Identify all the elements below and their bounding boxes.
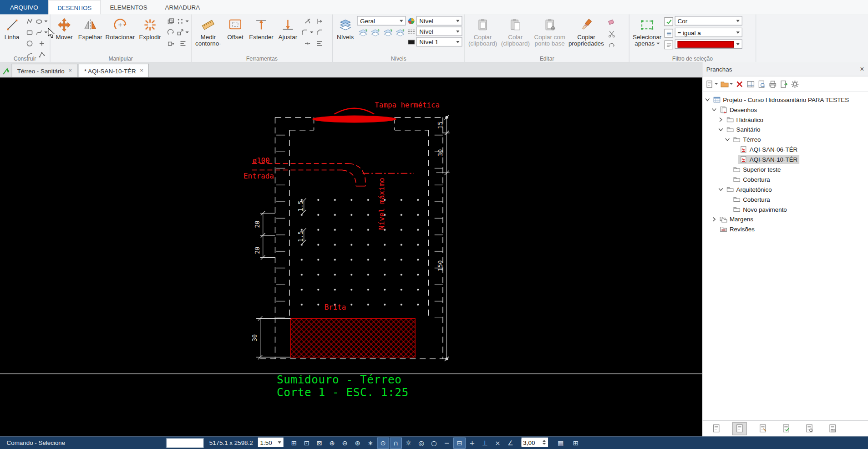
command-input[interactable] bbox=[166, 438, 204, 448]
offset-button[interactable]: Offset bbox=[224, 16, 247, 55]
split-scissors-icon[interactable] bbox=[606, 28, 618, 39]
collapse-arrow-icon[interactable] bbox=[724, 136, 731, 143]
view-edit-button[interactable] bbox=[756, 422, 770, 435]
segment-mode-icon[interactable]: ⊟ bbox=[453, 438, 466, 449]
zoom-extents-icon[interactable]: ⊛ bbox=[351, 438, 364, 449]
point-tool-icon[interactable] bbox=[36, 38, 48, 49]
zoom-window-icon[interactable]: ⊠ bbox=[313, 438, 325, 449]
scale-select[interactable]: 1:50 bbox=[258, 438, 284, 447]
export-button[interactable] bbox=[779, 78, 788, 89]
angle-snap-icon[interactable]: ∠ bbox=[504, 438, 517, 449]
preview-sheet-button[interactable] bbox=[757, 78, 766, 89]
spin-down-icon[interactable] bbox=[543, 443, 546, 445]
osnap-magnet-icon[interactable]: ∩ bbox=[390, 438, 402, 449]
snap-grid-icon[interactable]: ⊞ bbox=[288, 438, 300, 449]
rotacionar-button[interactable]: Rotacionar bbox=[105, 16, 136, 55]
filter-list-button-2[interactable] bbox=[664, 41, 673, 49]
tree-item-margens[interactable]: Margens bbox=[702, 214, 868, 224]
fill-box-icon[interactable] bbox=[408, 38, 416, 46]
tree-item-cobertura-sanitario[interactable]: Cobertura bbox=[702, 174, 868, 184]
ajustar-button[interactable]: Ajustar bbox=[276, 16, 299, 55]
trim-mode-icon[interactable]: × bbox=[492, 438, 504, 449]
pen-width-input[interactable] bbox=[522, 439, 542, 446]
tree-item-terreo[interactable]: Térreo bbox=[702, 135, 868, 145]
hatch-settings-icon[interactable]: ▦ bbox=[555, 438, 567, 449]
break-tool-icon[interactable] bbox=[301, 38, 314, 49]
zoom-in-icon[interactable]: ⊕ bbox=[326, 438, 338, 449]
filter-enabled-checkbox[interactable] bbox=[664, 17, 673, 26]
copiar-ponto-base-button[interactable]: Copiar com ponto base bbox=[533, 16, 567, 55]
tree-item-aqi-san-10[interactable]: AQI-SAN-10-TÉR bbox=[702, 154, 868, 164]
tab-elementos[interactable]: ELEMENTOS bbox=[101, 0, 156, 15]
view-report-button[interactable] bbox=[709, 422, 724, 435]
linewidth-icon[interactable]: − bbox=[441, 438, 453, 449]
open-sheet-button[interactable] bbox=[720, 78, 733, 89]
rotate-copy-tool-icon[interactable] bbox=[164, 27, 177, 38]
mover-button[interactable]: Mover bbox=[53, 16, 76, 55]
delete-sheet-button[interactable] bbox=[735, 78, 744, 89]
layer-off-icon[interactable] bbox=[370, 27, 381, 38]
layer-on-icon[interactable] bbox=[357, 27, 369, 38]
espelhar-button[interactable]: Espelhar bbox=[77, 16, 103, 55]
ellipse-tool-icon[interactable] bbox=[36, 16, 48, 26]
copy-tool-icon[interactable] bbox=[164, 16, 177, 26]
panel-settings-button[interactable] bbox=[791, 78, 799, 89]
doc-tab-aqi-san-10-ter[interactable]: * AQI-SAN-10-TÉR × bbox=[79, 64, 149, 77]
snap-settings-icon[interactable]: ☼ bbox=[402, 438, 415, 449]
insert-frame-button[interactable] bbox=[746, 78, 755, 89]
collapse-arrow-icon[interactable] bbox=[704, 96, 711, 103]
tree-item-revisoes[interactable]: Revisões bbox=[702, 224, 868, 235]
view-sheet-button[interactable] bbox=[732, 422, 747, 435]
filter-value-select[interactable] bbox=[675, 39, 742, 49]
close-panel-icon[interactable]: × bbox=[860, 65, 864, 73]
stretch-tool-icon[interactable] bbox=[164, 38, 177, 49]
pan-icon[interactable]: ∗ bbox=[364, 438, 376, 449]
array-tool-icon[interactable] bbox=[177, 16, 189, 26]
tree-item-arquitetonico[interactable]: Arquitetônico bbox=[702, 184, 868, 194]
drawing-limits-icon[interactable]: ⊡ bbox=[300, 438, 313, 449]
expand-arrow-icon[interactable] bbox=[710, 215, 718, 223]
collapse-arrow-icon[interactable] bbox=[717, 185, 725, 193]
view-check-button[interactable] bbox=[779, 422, 793, 435]
new-sheet-button[interactable] bbox=[705, 78, 718, 89]
tree-item-aqi-san-06[interactable]: AQI-SAN-06-TÉR bbox=[702, 144, 868, 154]
spin-up-icon[interactable] bbox=[543, 440, 546, 442]
fillet-tool-icon[interactable] bbox=[301, 27, 314, 38]
linha-button[interactable]: Linha bbox=[2, 16, 22, 55]
layer-isolate-icon[interactable] bbox=[382, 27, 394, 38]
doc-tab-terreo-sanitario[interactable]: Térreo - Sanitário × bbox=[12, 64, 78, 77]
drawing-canvas[interactable]: Tampa hermética ø100 Entrada Nível máxim… bbox=[0, 77, 702, 436]
explodir-button[interactable]: Explodir bbox=[137, 16, 163, 55]
rectangle-tool-icon[interactable] bbox=[23, 27, 36, 38]
snap-node-icon[interactable]: ◎ bbox=[415, 438, 427, 449]
print-button[interactable] bbox=[768, 78, 777, 89]
tab-desenhos[interactable]: DESENHOS bbox=[48, 0, 101, 15]
niveis-button[interactable]: Níveis bbox=[335, 16, 356, 55]
expand-arrow-icon[interactable] bbox=[717, 116, 725, 123]
medir-contorno-button[interactable]: Medir contorno- bbox=[194, 16, 223, 55]
circle-tool-icon[interactable] bbox=[23, 38, 36, 49]
layer-restore-icon[interactable] bbox=[395, 27, 406, 38]
filter-property-select[interactable]: Cor bbox=[675, 16, 742, 26]
tree-item-cobertura-arq[interactable]: Cobertura bbox=[702, 194, 868, 204]
close-tab-icon[interactable]: × bbox=[140, 67, 143, 73]
ortho-mode-icon[interactable]: ⊥ bbox=[479, 438, 491, 449]
spline-tool-icon[interactable] bbox=[36, 27, 48, 38]
trim-tool-icon[interactable] bbox=[301, 16, 314, 26]
view-print-button[interactable] bbox=[825, 422, 840, 435]
add-mode-icon[interactable]: + bbox=[466, 438, 478, 449]
tree-item-superior-teste[interactable]: Superior teste bbox=[702, 164, 868, 174]
tab-armadura[interactable]: ARMADURA bbox=[156, 0, 208, 15]
grid-settings-icon[interactable]: ⊞ bbox=[569, 438, 582, 449]
level-select-3[interactable]: Nível 1 bbox=[416, 37, 462, 46]
polyline-tool-icon[interactable] bbox=[23, 16, 36, 26]
view-config-button[interactable] bbox=[802, 422, 817, 435]
tree-item-desenhos[interactable]: Desenhos bbox=[702, 105, 868, 115]
copiar-propriedades-button[interactable]: Copiar propriedades bbox=[569, 16, 604, 55]
pen-width-spinner[interactable] bbox=[522, 438, 548, 447]
color-sphere-icon[interactable] bbox=[408, 17, 416, 25]
level-select-1[interactable]: Nível bbox=[416, 16, 462, 26]
level-group-select[interactable]: Geral bbox=[357, 16, 406, 26]
tree-item-projeto[interactable]: Projeto - Curso Hidrossanitário PARA TES… bbox=[702, 95, 868, 105]
tree-item-novo-pavimento[interactable]: Novo pavimento bbox=[702, 204, 868, 214]
